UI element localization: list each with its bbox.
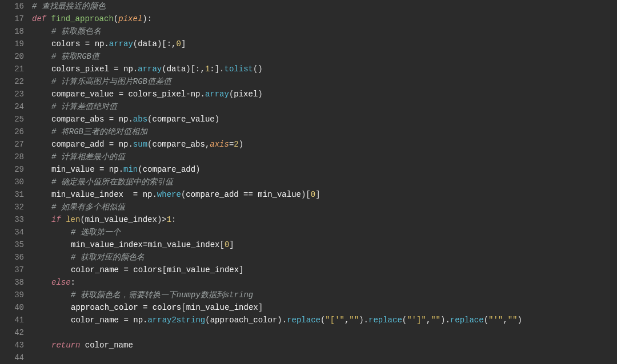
token-punct: ( (80, 213, 85, 226)
code-line[interactable] (32, 351, 617, 364)
line-number: 28 (3, 151, 24, 163)
token-punct: ( (205, 314, 210, 326)
code-line[interactable]: # 查找最接近的颜色 (32, 0, 617, 13)
token-string: "'" (488, 314, 503, 326)
token-punct: )[ (301, 188, 311, 201)
token-op: = (123, 264, 133, 276)
line-number: 38 (3, 276, 24, 289)
code-area[interactable]: # 查找最接近的颜色def find_approach(pixel):# 获取颜… (30, 0, 617, 364)
code-line[interactable]: # 将RGB三者的绝对值相加 (32, 126, 617, 138)
token-op: = (85, 38, 95, 50)
code-editor[interactable]: 1617181920212223242526272829303132333435… (0, 0, 617, 364)
token-punct: , (503, 314, 507, 326)
line-number: 37 (3, 264, 24, 276)
token-punct: )[: (157, 38, 171, 50)
code-line[interactable]: # 选取第一个 (32, 226, 617, 238)
code-line[interactable]: colors_pixel = np.array(data)[:,1:].toli… (32, 63, 617, 75)
code-line[interactable] (32, 326, 617, 339)
code-line[interactable]: if len(min_value_index)>1: (32, 213, 617, 226)
code-line[interactable]: else: (32, 276, 617, 289)
code-line[interactable]: # 获取RGB值 (32, 50, 617, 63)
line-number: 21 (3, 63, 24, 75)
token-ident: compare_abs (51, 113, 109, 126)
code-line[interactable]: return color_name (32, 339, 617, 351)
code-line[interactable]: colors = np.array(data)[:,0] (32, 38, 617, 50)
token-attr: replace (368, 314, 402, 326)
token-punct: ] (239, 264, 243, 276)
token-punct: ): (142, 13, 152, 25)
code-line[interactable]: # 确定最小值所在数据中的索引值 (32, 176, 617, 188)
token-comment: # 获取RGB值 (51, 50, 99, 63)
token-ident: color_name (85, 339, 133, 351)
code-line[interactable]: # 计算差值绝对值 (32, 100, 617, 113)
token-punct: :]. (210, 63, 224, 75)
code-line[interactable]: min_value = np.min(compare_add) (32, 163, 617, 176)
token-punct: ( (181, 188, 186, 201)
code-line[interactable]: # 获取颜色名，需要转换一下numpy数据到string (32, 289, 617, 301)
token-ident: min_value_index (167, 264, 239, 276)
code-line[interactable]: # 计算乐高图片与图片RGB值差值 (32, 75, 617, 88)
code-line[interactable]: approach_color = colors[min_value_index] (32, 301, 617, 314)
token-op: = (133, 188, 143, 201)
code-line[interactable]: color_name = np.array2string(approach_co… (32, 314, 617, 326)
token-op: = (123, 314, 133, 326)
token-op: - (186, 88, 190, 100)
token-num: 1 (205, 63, 210, 75)
token-string: "']" (407, 314, 426, 326)
code-line[interactable]: min_value_index=min_value_index[0] (32, 238, 617, 251)
code-line[interactable]: # 如果有多个相似值 (32, 201, 617, 213)
code-line[interactable]: def find_approach(pixel): (32, 13, 617, 25)
token-punct: ] (315, 188, 320, 201)
code-line[interactable]: # 计算相差最小的值 (32, 151, 617, 163)
token-ident: pixel (234, 88, 258, 100)
token-ident: compare_value (51, 88, 119, 100)
token-comment: # 如果有多个相似值 (51, 201, 125, 213)
token-attr: array (109, 38, 133, 50)
token-punct: ] (229, 238, 234, 251)
code-line[interactable]: compare_abs = np.abs(compare_value) (32, 113, 617, 126)
token-comment: # 查找最接近的颜色 (32, 0, 106, 13)
line-number: 24 (3, 100, 24, 113)
code-line[interactable]: color_name = colors[min_value_index] (32, 264, 617, 276)
token-ident: min_value (258, 188, 301, 201)
token-attr: tolist (225, 63, 253, 75)
token-attr: replace (287, 314, 320, 326)
token-attr: array2string (147, 314, 205, 326)
code-line[interactable]: compare_value = colors_pixel-np.array(pi… (32, 88, 617, 100)
token-ident: colors (51, 38, 85, 50)
code-line[interactable]: compare_add = np.sum(compare_abs,axis=2) (32, 138, 617, 151)
token-comment: # 选取第一个 (71, 226, 121, 238)
token-punct: , (171, 38, 176, 50)
token-punct: . (200, 88, 205, 100)
token-punct: . (128, 113, 133, 126)
code-line[interactable]: # 获取颜色名 (32, 25, 617, 38)
token-num: 0 (225, 238, 229, 251)
token-comment: # 确定最小值所在数据中的索引值 (51, 176, 173, 188)
token-ident: np (191, 88, 201, 100)
token-ident: min_value_index (147, 238, 219, 251)
token-ident: min_value_index (51, 188, 133, 201)
token-punct: . (104, 38, 109, 50)
token-ident: np (119, 113, 129, 126)
line-number: 17 (3, 13, 24, 25)
token-punct: ). (440, 314, 450, 326)
token-num: 1 (167, 213, 171, 226)
line-number: 25 (3, 113, 24, 126)
line-number: 27 (3, 138, 24, 151)
token-ident: colors_pixel (51, 63, 114, 75)
token-punct: ( (162, 63, 166, 75)
line-number: 30 (3, 176, 24, 188)
token-ident: np (143, 188, 153, 201)
line-number: 40 (3, 301, 24, 314)
token-punct: . (152, 188, 157, 201)
token-punct: . (143, 314, 147, 326)
token-comment: # 获取对应的颜色名 (71, 251, 145, 264)
token-punct: ( (147, 138, 152, 151)
code-line[interactable]: # 获取对应的颜色名 (32, 251, 617, 264)
token-num: 2 (234, 138, 238, 151)
token-punct: ( (138, 163, 142, 176)
token-ident: np (109, 163, 119, 176)
token-ident: colors (133, 264, 162, 276)
code-line[interactable]: min_value_index = np.where(compare_add =… (32, 188, 617, 201)
token-op: = (119, 88, 129, 100)
